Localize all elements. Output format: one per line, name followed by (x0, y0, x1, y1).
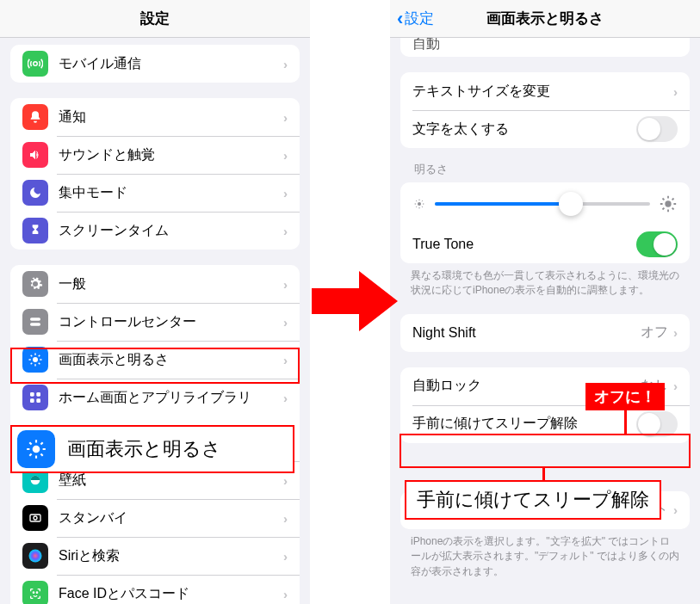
row-controlcenter[interactable]: コントロールセンター › (10, 303, 300, 341)
row-label: Night Shift (412, 325, 641, 341)
row-label: ホーム画面とアプリライブラリ (59, 389, 283, 407)
cellular-icon (22, 51, 48, 77)
gear-icon (22, 271, 48, 297)
row-general[interactable]: 一般 › (10, 265, 300, 303)
bold-text-toggle[interactable] (636, 116, 678, 142)
svg-rect-1 (30, 317, 40, 320)
faceid-icon (22, 581, 48, 604)
svg-point-15 (418, 202, 421, 206)
chevron-right-icon: › (673, 379, 678, 393)
partial-row-auto[interactable]: 自動 (400, 38, 690, 57)
brightness-icon (22, 347, 48, 373)
chevron-right-icon: › (283, 473, 288, 488)
row-label: 集中モード (59, 184, 283, 202)
group-nightshift: Night Shift オフ › (400, 314, 690, 352)
callout-label: 画面表示と明るさ (67, 436, 221, 462)
row-notifications[interactable]: 通知 › (10, 98, 300, 136)
slider-thumb[interactable] (559, 192, 583, 216)
chevron-left-icon: ‹ (397, 8, 403, 30)
row-homescreen[interactable]: ホーム画面とアプリライブラリ › (10, 379, 300, 416)
brightness-slider-row (400, 182, 690, 225)
chevron-right-icon: › (283, 186, 288, 200)
group-brightness: True Tone (400, 182, 690, 263)
chevron-right-icon: › (673, 84, 678, 99)
row-label: 文字を太くする (412, 120, 636, 139)
chevron-right-icon: › (283, 148, 288, 163)
chevron-right-icon: › (673, 502, 678, 517)
row-raise-to-wake[interactable]: 手前に傾けてスリープ解除 (400, 405, 690, 443)
row-label: スクリーンタイム (59, 222, 283, 240)
svg-point-10 (34, 516, 37, 520)
slider-fill (435, 202, 571, 206)
annotation-callout-raise: 手前に傾けてスリープ解除 (405, 480, 661, 520)
truetone-toggle[interactable] (636, 231, 678, 257)
row-screentime[interactable]: スクリーンタイム › (10, 212, 300, 250)
row-label: Face IDとパスコード (59, 585, 283, 603)
annotation-connector-line (542, 468, 545, 480)
chevron-right-icon: › (283, 511, 288, 526)
row-label: モバイル通信 (59, 55, 283, 73)
apps-grid-icon (22, 385, 48, 410)
svg-point-3 (33, 357, 38, 362)
row-boldtext[interactable]: 文字を太くする (400, 110, 690, 148)
row-siri[interactable]: Siriと検索 › (10, 537, 300, 575)
sun-large-icon (659, 194, 678, 213)
chevron-right-icon: › (283, 110, 288, 125)
svg-point-14 (33, 446, 40, 453)
chevron-right-icon: › (673, 325, 678, 340)
svg-rect-2 (30, 323, 40, 325)
row-label: True Tone (412, 237, 636, 252)
page-title: 設定 (140, 9, 170, 28)
group-text: テキストサイズを変更 › 文字を太くする (400, 72, 690, 148)
group-cellular: モバイル通信 › (10, 45, 300, 83)
row-focus[interactable]: 集中モード › (10, 174, 300, 212)
hourglass-icon (22, 218, 48, 243)
annotation-badge-off: オフに！ (585, 383, 665, 410)
row-nightshift[interactable]: Night Shift オフ › (400, 314, 690, 352)
section-header-brightness: 明るさ (390, 148, 700, 182)
red-arrow-icon (312, 267, 398, 336)
moon-icon (22, 180, 48, 206)
chevron-right-icon: › (283, 57, 288, 71)
svg-point-12 (33, 592, 34, 593)
chevron-right-icon: › (283, 391, 288, 405)
row-value: オフ (641, 324, 668, 342)
svg-rect-4 (30, 392, 34, 397)
row-label: テキストサイズを変更 (412, 83, 673, 101)
row-label: 画面表示と明るさ (59, 351, 283, 369)
svg-rect-9 (30, 515, 40, 521)
svg-rect-6 (30, 398, 34, 403)
section-footer-truetone: 異なる環境でも色が一貫して表示されるように、環境光の状況に応じてiPhoneの表… (390, 263, 700, 299)
siri-icon (22, 543, 48, 569)
row-label: サウンドと触覚 (59, 146, 283, 164)
svg-point-11 (29, 550, 42, 563)
brightness-slider[interactable] (435, 202, 650, 206)
group-notifications: 通知 › サウンドと触覚 › 集中モード › スクリーンタイム › (10, 98, 300, 250)
header: ‹ 設定 画面表示と明るさ (390, 0, 700, 38)
brightness-icon (17, 430, 55, 468)
row-textsize[interactable]: テキストサイズを変更 › (400, 72, 690, 110)
row-mobile[interactable]: モバイル通信 › (10, 45, 300, 83)
row-label: 一般 (59, 275, 283, 293)
svg-point-16 (665, 200, 671, 206)
row-label: コントロールセンター (59, 313, 283, 331)
chevron-right-icon: › (283, 277, 288, 292)
chevron-right-icon: › (283, 587, 288, 601)
section-footer-zoom: iPhoneの表示を選択します。"文字を拡大" ではコントロールが拡大表示されま… (390, 529, 700, 579)
sun-small-icon (412, 197, 426, 211)
row-display[interactable]: 画面表示と明るさ › (10, 341, 300, 379)
row-faceid[interactable]: Face IDとパスコード › (10, 575, 300, 604)
row-truetone[interactable]: True Tone (400, 225, 690, 263)
svg-rect-5 (36, 392, 40, 397)
row-label: 壁紙 (59, 471, 283, 490)
back-label: 設定 (405, 9, 434, 28)
svg-point-13 (36, 592, 37, 593)
raise-to-wake-toggle[interactable] (636, 411, 678, 437)
annotation-connector-line (624, 408, 627, 434)
bell-icon (22, 104, 48, 130)
back-button[interactable]: ‹ 設定 (397, 8, 434, 30)
row-label: 手前に傾けてスリープ解除 (412, 415, 636, 433)
row-sounds[interactable]: サウンドと触覚 › (10, 136, 300, 174)
row-standby[interactable]: スタンバイ › (10, 499, 300, 537)
svg-rect-7 (36, 398, 40, 403)
